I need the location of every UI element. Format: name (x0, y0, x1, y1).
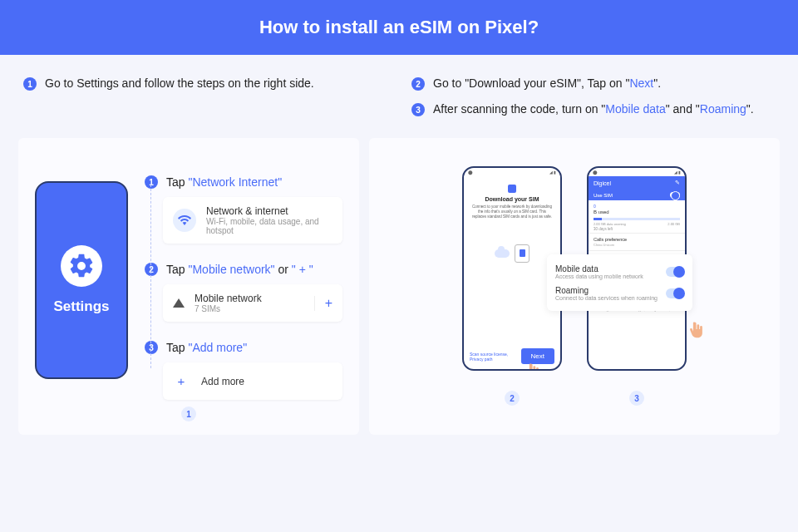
network-card-text: Network & internet Wi-Fi, mobile, data u… (206, 205, 332, 235)
mobile-data-switch[interactable] (666, 267, 684, 277)
toggle-roaming-label: Roaming Connect to data services when ro… (555, 286, 658, 301)
step-1: 1 Tap "Network Internet" Network & inter… (145, 175, 342, 244)
intro-3-pre: After scanning the code, turn on " (433, 102, 605, 116)
status-bar: ⬤◢ ▮ (464, 168, 560, 176)
panel-right-step-2: 2 (505, 391, 520, 406)
step-badge-2: 2 (411, 77, 425, 91)
wifi-icon (173, 209, 196, 232)
intro-2-hl: Next (629, 76, 653, 90)
step-badge-3: 3 (411, 103, 425, 116)
download-footer-link[interactable]: Scan source license, Privacy path (470, 352, 521, 362)
mobile-network-card[interactable]: Mobile network 7 SIMs + (163, 284, 342, 322)
intro-3-mid: " and " (666, 102, 700, 116)
cloud-icon (495, 249, 510, 258)
intro-item-1: 1 Go to Settings and follow the steps on… (23, 76, 387, 91)
row-calls[interactable]: Calls preferenceChina Unicom (589, 233, 685, 250)
toggle-callout-card: Mobile data Access data using mobile net… (547, 254, 692, 311)
step-badge-1: 1 (23, 77, 37, 91)
carrier-bar: Digicel ✎ (589, 176, 685, 190)
step-3: 3 Tap "Add more" + Add more (145, 340, 342, 400)
step-2: 2 Tap "Mobile network" or " + " Mobile n… (145, 262, 342, 322)
steps-column: 1 Tap "Network Internet" Network & inter… (145, 163, 342, 418)
intro-3-hl1: Mobile data (605, 102, 665, 116)
intro-3-post: ". (746, 102, 754, 116)
usage-bar (594, 218, 680, 220)
cap-left: 2.00 GB data warning (594, 222, 626, 226)
toggle-mobile-data-label: Mobile data Access data using mobile net… (555, 264, 643, 279)
mobile-card-title: Mobile network (195, 293, 262, 304)
network-card-title: Network & internet (206, 205, 332, 217)
roaming-switch[interactable] (666, 288, 684, 298)
signal-icon (173, 298, 185, 308)
panel-right-step-3: 3 (629, 391, 644, 406)
row-calls-s: China Unicom (594, 243, 680, 247)
dotted-connector (150, 185, 151, 368)
step-3-head: 3 Tap "Add more" (145, 340, 342, 354)
digicel-phone-col: ⬤◢ ▮ Digicel ✎ Use SIM 0 B used 2.00 GB … (587, 163, 687, 418)
add-more-card[interactable]: + Add more (163, 362, 342, 400)
step-2-mid: or (275, 263, 292, 276)
page-header: How to install an eSIM on Pixel? (0, 0, 798, 55)
settings-label: Settings (53, 298, 109, 315)
toggle-rm-t: Roaming (555, 286, 658, 295)
step-1-hl: "Network Internet" (188, 175, 282, 189)
settings-phone-illustration: Settings (35, 181, 128, 379)
use-sim-label: Use SIM (594, 193, 613, 198)
page-title: How to install an eSIM on Pixel? (259, 17, 539, 37)
step-2-badge: 2 (145, 263, 158, 276)
step-1-badge: 1 (145, 175, 158, 189)
step-2-label: Tap "Mobile network" or " + " (166, 263, 313, 276)
step-2-hl1: "Mobile network" (188, 263, 274, 276)
days-left: 30 days left (589, 226, 685, 233)
intro-item-3: 3 After scanning the code, turn on "Mobi… (411, 102, 775, 116)
row-calls-t: Calls preference (594, 237, 680, 242)
usage-title: 0 (589, 200, 685, 209)
cap-right: 2.00 GB (667, 222, 680, 226)
step-3-pre: Tap (166, 341, 188, 354)
mobile-card-sub: 7 SIMs (195, 304, 262, 313)
gear-icon (61, 245, 102, 287)
toggle-rm-s: Connect to data services when roaming (555, 295, 658, 301)
step-2-pre: Tap (166, 263, 188, 276)
step-2-head: 2 Tap "Mobile network" or " + " (145, 262, 342, 276)
toggle-md-s: Access data using mobile network (555, 273, 643, 279)
toggle-row-roaming[interactable]: Roaming Connect to data services when ro… (555, 283, 684, 304)
usage-sub: B used (589, 209, 685, 216)
intro-text-1: Go to Settings and follow the steps on t… (45, 76, 314, 90)
panel-right: ⬤◢ ▮ Download your SIM Connect to your m… (369, 138, 780, 435)
step-1-pre: Tap (166, 175, 188, 189)
hand-pointer-icon (687, 319, 706, 341)
use-sim-toggle[interactable] (670, 192, 680, 198)
edit-icon[interactable]: ✎ (675, 180, 680, 186)
intro-right-col: 2 Go to "Download your eSIM", Tap on "Ne… (411, 76, 775, 128)
step-3-hl: "Add more" (188, 341, 247, 354)
intro-text-3: After scanning the code, turn on "Mobile… (433, 102, 754, 116)
carrier-name: Digicel (594, 180, 611, 186)
step-3-badge: 3 (145, 341, 158, 354)
intro-item-2: 2 Go to "Download your eSIM", Tap on "Ne… (411, 76, 775, 91)
intro-3-hl2: Roaming (700, 102, 746, 116)
use-sim-row[interactable]: Use SIM (589, 190, 685, 200)
panel-left-step-num: 1 (181, 406, 196, 421)
shield-icon (508, 185, 516, 193)
step-1-label: Tap "Network Internet" (166, 175, 282, 189)
network-card-sub: Wi-Fi, mobile, data usage, and hotspot (206, 217, 332, 235)
intro-row: 1 Go to Settings and follow the steps on… (0, 55, 798, 138)
toggle-row-mobile-data[interactable]: Mobile data Access data using mobile net… (555, 261, 684, 283)
status-bar: ⬤◢ ▮ (589, 168, 685, 176)
download-footer: Scan source license, Privacy path Next (464, 344, 560, 369)
step-2-hl2: " + " (292, 263, 313, 276)
add-more-label: Add more (201, 376, 244, 387)
panel-left: Settings 1 Tap "Network Internet" Networ… (18, 138, 359, 435)
intro-2-pre: Go to "Download your eSIM", Tap on " (433, 76, 629, 90)
plus-icon[interactable]: + (314, 296, 332, 311)
mobile-card-text: Mobile network 7 SIMs (195, 293, 262, 313)
download-sub: Connect to your mobile network by downlo… (472, 204, 552, 219)
step-3-label: Tap "Add more" (166, 341, 247, 354)
intro-2-post: ". (653, 76, 661, 90)
step-1-head: 1 Tap "Network Internet" (145, 175, 342, 189)
next-button[interactable]: Next (521, 348, 554, 364)
intro-text-2: Go to "Download your eSIM", Tap on "Next… (433, 76, 661, 90)
network-internet-card[interactable]: Network & internet Wi-Fi, mobile, data u… (163, 197, 342, 244)
download-body: Download your SIM Connect to your mobile… (464, 176, 560, 344)
